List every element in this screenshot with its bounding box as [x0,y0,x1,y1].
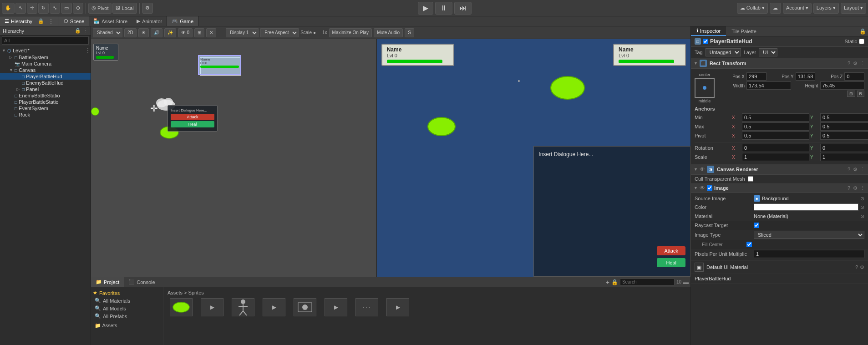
width-input[interactable] [746,81,791,90]
rt-menu-icon[interactable]: ⋮ [860,61,865,66]
rotation-x-input[interactable] [742,144,809,152]
scale-y-input[interactable] [820,153,868,161]
default-ui-help[interactable]: ? [855,264,858,270]
hand-tool-btn[interactable]: ✋ [2,3,15,14]
anchors-min-x[interactable] [742,113,809,122]
anchors-max-y[interactable] [820,122,868,131]
hierarchy-lock-btn[interactable]: 🔒 [75,28,81,34]
anchors-min-y[interactable] [820,113,868,122]
tab-hierarchy[interactable]: ☰ Hierarchy 🔒 ⋮ [0,16,59,26]
tab-project[interactable]: 📁 Project [91,277,124,287]
lighting-btn[interactable]: ☀ [138,28,149,37]
canvas-renderer-header[interactable]: ▼ 👁 ◑ Canvas Renderer ? ⚙ ⋮ [691,164,868,175]
image-header[interactable]: ▼ 👁 Image ? ⚙ ⋮ [691,183,868,193]
image-active-check[interactable] [707,185,712,191]
static-checkbox[interactable] [859,39,864,44]
img-settings[interactable]: ⚙ [853,185,858,191]
level1-more[interactable]: ⋮ [85,47,91,54]
source-image-picker[interactable]: ⊙ [860,196,864,202]
scale-x-input[interactable] [742,153,809,161]
cloud-icon-btn[interactable]: ☁ [770,3,781,14]
2d-toggle-btn[interactable]: 2D [124,28,137,37]
tree-item-maincamera[interactable]: 📷 Main Camera [0,61,91,67]
fav-all-models[interactable]: 🔍 All Models [93,304,162,312]
scene-canvas[interactable]: Hud Name Lvl 0 [91,39,376,277]
play-button[interactable]: ▶ [418,2,433,15]
fill-center-checkbox[interactable] [746,242,752,247]
tab-animator[interactable]: ▶ Animator [132,16,167,26]
attack-btn-game[interactable]: Attack [657,246,685,255]
lock-assets-btn[interactable]: 🔒 [611,279,618,285]
pause-button[interactable]: ⏸ [435,2,452,15]
tree-item-level1[interactable]: ▼ ⬡ Level1* ⋮ [0,47,91,54]
step-button[interactable]: ⏭ [454,2,472,15]
asset-search-input[interactable] [620,279,675,285]
asset-item-play1[interactable]: ▶ [198,298,226,316]
tree-item-battlesystem[interactable]: ▷ □ BattleSystem [0,54,91,61]
tree-item-enemybattlehud[interactable]: □ EnemyBattleHud [0,80,91,86]
tab-asset-store[interactable]: 🏪 Asset Store [89,16,132,26]
rotate-tool-btn[interactable]: ↻ [38,3,49,14]
tree-item-playerbattlestatio[interactable]: □ PlayerBattleStatio [0,99,91,105]
cr-menu[interactable]: ⋮ [860,167,865,172]
image-type-select[interactable]: Sliced [754,231,864,239]
layout-btn[interactable]: Layout ▾ [841,3,866,14]
rt-settings-icon[interactable]: ⚙ [853,61,858,66]
asset-item-play4[interactable]: ▶ [384,298,411,316]
hierarchy-more-icon[interactable]: ⋮ [48,18,54,25]
grid-btn[interactable]: ⊞ [194,28,204,37]
asset-item-play2[interactable]: ▶ [260,298,288,316]
display-select[interactable]: Display 1 [226,28,259,37]
extra-tool-btn[interactable]: ⚙ [142,3,153,14]
heal-btn-game[interactable]: Heal [657,258,685,267]
pivot-x-input[interactable] [742,132,809,140]
lock-icon[interactable]: 🔒 [859,28,866,35]
heal-btn-scene[interactable]: Heal [171,121,214,127]
asset-item-ellipse[interactable] [168,298,195,316]
tag-select[interactable]: Untagged [706,48,741,56]
pos-y-input[interactable] [796,72,816,81]
pivot-btn[interactable]: ◎ Pivot [88,3,112,14]
img-menu[interactable]: ⋮ [860,185,865,191]
cr-help[interactable]: ? [848,167,850,172]
move-tool-btn[interactable]: ✛ [27,3,37,14]
pivot-y-input[interactable] [820,132,868,140]
cull-checkbox[interactable] [748,176,753,182]
hierarchy-search-input[interactable] [2,36,89,45]
tab-console[interactable]: ⬛ Console [124,277,159,287]
layer-select[interactable]: UI [759,48,777,56]
multi-tool-btn[interactable]: ⊕ [73,3,83,14]
color-swatch[interactable] [754,203,858,211]
r-btn[interactable]: R [857,91,865,97]
tab-inspector[interactable]: ℹ Inspector [691,26,726,36]
pixels-input[interactable] [754,250,864,258]
cr-settings[interactable]: ⚙ [853,167,858,172]
audio-btn[interactable]: 🔊 [151,28,162,37]
gizmos-btn[interactable]: 👁 0 [178,28,193,37]
effects-btn[interactable]: ✨ [164,28,176,37]
height-input[interactable] [820,81,865,90]
tab-game[interactable]: 🎮 Game [167,16,198,26]
add-asset-btn[interactable]: + [606,279,609,286]
stats-btn[interactable]: S [405,28,414,37]
shading-select[interactable]: Shaded [93,28,122,37]
asset-item-character[interactable] [229,298,257,316]
scale-tool-btn[interactable]: ⤡ [50,3,60,14]
tree-item-panel[interactable]: ▷ □ Panel [0,86,91,92]
close-scene-btn[interactable]: ✕ [206,28,216,37]
color-picker-icon[interactable]: ⊙ [860,204,864,210]
asset-item-dots[interactable]: ··· [353,298,381,316]
material-picker[interactable]: ⊙ [860,213,864,219]
default-ui-settings[interactable]: ⚙ [860,264,864,270]
tab-scene[interactable]: ⬡ Scene [59,16,89,26]
local-btn[interactable]: ⚄ Local [112,3,137,14]
tab-tile-palette[interactable]: Tile Palette [726,26,762,36]
pos-x-input[interactable] [746,72,766,81]
fav-all-materials[interactable]: 🔍 All Materials [93,297,162,304]
fav-all-prefabs[interactable]: 🔍 All Prefabs [93,312,162,320]
tree-item-rock[interactable]: □ Rock [0,112,91,118]
tree-item-eventsystem[interactable]: □ EventSystem [0,105,91,112]
layers-btn[interactable]: Layers ▾ [813,3,839,14]
anchor-diagram[interactable] [695,78,715,98]
mute-audio-btn[interactable]: Mute Audio [374,28,403,37]
